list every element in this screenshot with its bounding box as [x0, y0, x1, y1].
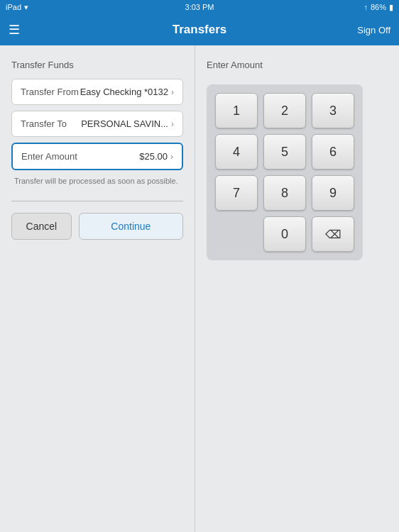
numpad-key-4[interactable]: 4	[215, 134, 258, 170]
backspace-button[interactable]: ⌫	[312, 216, 354, 252]
chevron-right-icon-3: ›	[170, 152, 173, 162]
numpad-key-2[interactable]: 2	[263, 93, 306, 128]
numpad-grid: 1234567890⌫	[215, 93, 354, 252]
transfer-funds-title: Transfer Funds	[11, 60, 183, 70]
battery-label: 86%	[371, 3, 386, 11]
cancel-button[interactable]: Cancel	[11, 213, 72, 240]
location-icon: ↑	[364, 3, 368, 11]
numpad-key-0[interactable]: 0	[263, 216, 306, 252]
status-right: ↑ 86% ▮	[364, 3, 393, 12]
chevron-right-icon: ›	[171, 87, 174, 97]
enter-amount-row[interactable]: Enter Amount $25.00 ›	[11, 143, 183, 170]
transfer-to-row[interactable]: Transfer To PERSONAL SAVIN... ›	[11, 111, 183, 137]
backspace-icon: ⌫	[325, 228, 341, 241]
transfer-from-value: Easy Checking *0132 ›	[80, 87, 174, 97]
battery-icon: ▮	[389, 3, 393, 12]
nav-title: Transfers	[173, 23, 227, 37]
numpad-key-9[interactable]: 9	[312, 175, 354, 211]
numpad-container: 1234567890⌫	[207, 84, 363, 260]
enter-amount-title: Enter Amount	[207, 60, 388, 70]
main-content: Transfer Funds Transfer From Easy Checki…	[0, 45, 399, 532]
status-left: iPad ▾	[6, 3, 28, 12]
sign-off-button[interactable]: Sign Off	[357, 25, 390, 35]
numpad-key-3[interactable]: 3	[312, 93, 354, 128]
divider	[11, 201, 183, 201]
numpad-key-7[interactable]: 7	[215, 175, 258, 211]
button-row: Cancel Continue	[11, 213, 183, 240]
transfer-to-label: Transfer To	[21, 118, 67, 129]
numpad-key-6[interactable]: 6	[312, 134, 354, 170]
numpad-empty	[215, 216, 258, 252]
transfer-from-row[interactable]: Transfer From Easy Checking *0132 ›	[11, 79, 183, 105]
status-time: 3:03 PM	[185, 3, 214, 11]
left-panel: Transfer Funds Transfer From Easy Checki…	[0, 45, 195, 532]
wifi-icon: ▾	[24, 3, 28, 12]
transfer-to-value: PERSONAL SAVIN... ›	[81, 118, 174, 129]
enter-amount-label: Enter Amount	[21, 151, 77, 162]
continue-button[interactable]: Continue	[79, 213, 183, 240]
right-panel: Enter Amount 1234567890⌫	[195, 45, 399, 532]
numpad-key-5[interactable]: 5	[263, 134, 306, 170]
transfer-from-label: Transfer From	[21, 87, 79, 97]
status-bar: iPad ▾ 3:03 PM ↑ 86% ▮	[0, 0, 399, 14]
chevron-right-icon-2: ›	[171, 119, 174, 129]
nav-bar: ☰ Transfers Sign Off	[0, 14, 399, 45]
enter-amount-value: $25.00 ›	[139, 151, 173, 162]
numpad-key-8[interactable]: 8	[263, 175, 306, 211]
menu-icon[interactable]: ☰	[9, 23, 20, 36]
numpad-key-1[interactable]: 1	[215, 93, 258, 128]
carrier-label: iPad	[6, 3, 21, 11]
transfer-hint: Transfer will be processed as soon as po…	[14, 176, 183, 187]
